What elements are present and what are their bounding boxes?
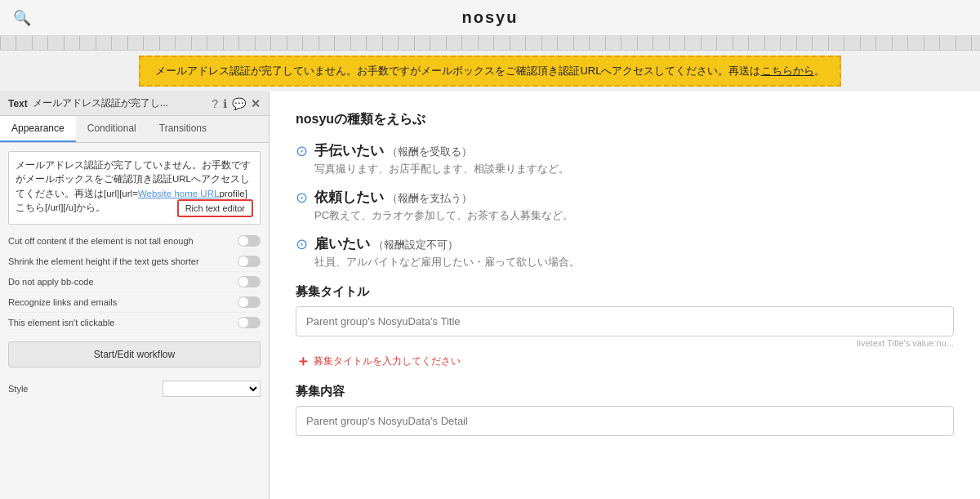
warning-banner: メールアドレス認証が完了していません。お手数ですがメールボックスをご確認頂き認証… (139, 56, 841, 87)
warning-text: メールアドレス認証が完了していません。お手数ですがメールボックスをご確認頂き認証… (155, 65, 760, 77)
close-icon[interactable]: ✕ (251, 97, 261, 110)
option-label-links: Recognize links and emails (8, 297, 117, 307)
option-item-help: ⊙ 手伝いたい （報酬を受取る） 写真撮ります、お店手配します、相談乗りますなど… (296, 141, 954, 176)
tab-appearance[interactable]: Appearance (0, 116, 76, 142)
option-sub-request: PC教えて、カラオケ参加して、お茶する人募集など。 (314, 208, 573, 223)
option-label-clickable: This element isn't clickable (8, 318, 115, 327)
info-icon[interactable]: ℹ (223, 97, 227, 110)
option-sub-hire: 社員、アルバイトなど雇用したい・雇って欲しい場合。 (314, 255, 580, 270)
panel-header: Text メールアドレス認証が完了し... ? ℹ 💬 ✕ (0, 91, 269, 116)
top-bar: 🔍 nosyu (0, 0, 980, 36)
recruit-title-label: 募集タイトル (296, 284, 954, 300)
option-title-hire: 雇いたい （報酬設定不可） (314, 234, 580, 253)
comment-icon[interactable]: 💬 (232, 97, 246, 110)
option-text-help: 手伝いたい （報酬を受取る） 写真撮ります、お店手配します、相談乗りますなど。 (314, 141, 569, 176)
ruler-marks (0, 36, 980, 50)
option-item-hire: ⊙ 雇いたい （報酬設定不可） 社員、アルバイトなど雇用したい・雇って欲しい場合… (296, 234, 954, 270)
search-icon[interactable]: 🔍 (13, 9, 31, 27)
tab-transitions[interactable]: Transitions (148, 116, 218, 142)
panel-content: メールアドレス認証が完了していません。お手数ですがメールボックスをご確認頂き認証… (0, 143, 269, 499)
panel-header-title: メールアドレス認証が完了し... (33, 96, 207, 110)
rich-text-editor-button[interactable]: Rich text editor (177, 199, 253, 217)
recruit-detail-label: 募集内容 (296, 384, 954, 399)
style-select[interactable] (163, 381, 261, 397)
option-title-request: 依頼したい （報酬を支払う） (314, 188, 573, 207)
right-content: nosyuの種類をえらぶ ⊙ 手伝いたい （報酬を受取る） 写真撮ります、お店手… (270, 91, 980, 499)
help-icon[interactable]: ? (212, 97, 218, 110)
option-label-bbcode: Do not apply bb-code (8, 277, 94, 287)
panel-header-prefix: Text (8, 98, 28, 109)
option-title-help: 手伝いたい （報酬を受取る） (314, 141, 569, 160)
toggle-shrink[interactable] (238, 256, 261, 267)
option-row-shrink: Shrink the element height if the text ge… (8, 252, 261, 272)
style-label: Style (8, 384, 28, 394)
recruit-title-hint: livetext Title's value:nu... (296, 338, 954, 348)
option-row-links: Recognize links and emails (8, 292, 261, 313)
option-row-clickable: This element isn't clickable (8, 313, 261, 333)
option-item-request: ⊙ 依頼したい （報酬を支払う） PC教えて、カラオケ参加して、お茶する人募集な… (296, 188, 954, 223)
recruit-title-input[interactable] (296, 306, 954, 336)
toggle-clickable[interactable] (238, 317, 261, 328)
recruit-detail-input[interactable] (296, 406, 954, 436)
option-text-hire: 雇いたい （報酬設定不可） 社員、アルバイトなど雇用したい・雇って欲しい場合。 (314, 234, 580, 270)
check-icon-request: ⊙ (296, 189, 308, 207)
add-icon: ＋ (296, 351, 310, 371)
main-layout: Text メールアドレス認証が完了し... ? ℹ 💬 ✕ Appearance… (0, 91, 980, 499)
toggle-bbcode[interactable] (238, 276, 261, 287)
app-title: nosyu (462, 8, 519, 27)
panel-tabs: Appearance Conditional Transitions (0, 116, 269, 143)
option-row-cutoff: Cut off content if the element is not ta… (8, 231, 261, 252)
toggle-links[interactable] (238, 296, 261, 308)
text-preview: メールアドレス認証が完了していません。お手数ですがメールボックスをご確認頂き認証… (8, 151, 261, 225)
section-title: nosyuの種類をえらぶ (296, 111, 954, 128)
ruler (0, 36, 980, 51)
check-icon-hire: ⊙ (296, 235, 308, 253)
option-label-cutoff: Cut off content if the element is not ta… (8, 236, 194, 246)
warning-link[interactable]: こちらから (761, 65, 814, 77)
toggle-cutoff[interactable] (238, 235, 261, 247)
option-sub-help: 写真撮ります、お店手配します、相談乗りますなど。 (314, 162, 569, 176)
banner-wrapper: メールアドレス認証が完了していません。お手数ですがメールボックスをご確認頂き認証… (0, 51, 980, 91)
style-row: Style (8, 376, 261, 402)
check-icon-help: ⊙ (296, 142, 308, 160)
workflow-button[interactable]: Start/Edit workflow (8, 341, 261, 368)
tab-conditional[interactable]: Conditional (76, 116, 148, 142)
option-row-bbcode: Do not apply bb-code (8, 272, 261, 292)
option-text-request: 依頼したい （報酬を支払う） PC教えて、カラオケ参加して、お茶する人募集など。 (314, 188, 573, 223)
recruit-title-error: 募集タイトルを入力してください (314, 354, 461, 368)
option-label-shrink: Shrink the element height if the text ge… (8, 256, 199, 266)
left-panel: Text メールアドレス認証が完了し... ? ℹ 💬 ✕ Appearance… (0, 91, 270, 499)
preview-link[interactable]: Website home URL (138, 189, 220, 198)
